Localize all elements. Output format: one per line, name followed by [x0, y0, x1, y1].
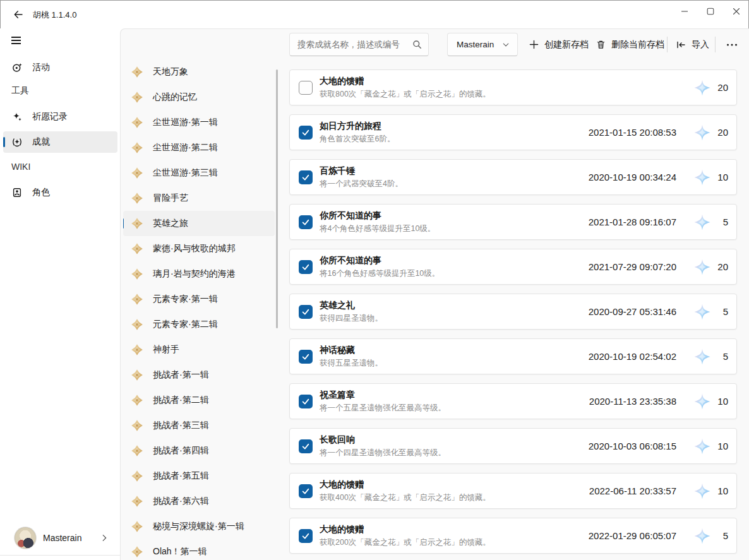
user-account-button[interactable]: Masterain	[0, 523, 120, 553]
achievement-card[interactable]: 长歌回响 将一个四星圣遗物强化至最高等级。 2020-10-03 06:08:1…	[289, 428, 737, 464]
category-item[interactable]: 挑战者·第四辑	[123, 438, 275, 463]
create-archive-button[interactable]: 创建新存档	[525, 33, 592, 56]
achievement-title: 如日方升的旅程	[320, 121, 381, 132]
sidebar-item-wish-records[interactable]: 祈愿记录	[3, 106, 117, 128]
category-emblem-icon	[131, 545, 143, 558]
category-label: 尘世巡游·第二辑	[153, 142, 218, 153]
category-item[interactable]: 元素专家·第二辑	[123, 312, 275, 337]
category-emblem-icon	[131, 217, 143, 230]
category-item[interactable]: 冒险手艺	[123, 186, 275, 211]
nav-menu-button[interactable]	[8, 33, 26, 47]
category-emblem-icon	[131, 66, 143, 78]
import-button[interactable]: 导入	[672, 33, 713, 56]
achievement-reward: 20	[710, 261, 728, 272]
achievement-date: 2021-01-15 20:08:53	[589, 127, 676, 138]
maximize-button[interactable]	[697, 0, 723, 23]
achievement-description: 将一个五星圣遗物强化至最高等级。	[320, 403, 446, 414]
category-item[interactable]: 天地万象	[123, 59, 275, 85]
achievement-date: 2020-10-19 02:54:02	[589, 351, 676, 362]
achievement-checkbox[interactable]	[299, 215, 313, 229]
category-item[interactable]: 挑战者·第二辑	[123, 388, 275, 413]
category-label: 蒙德·风与牧歌的城邦	[153, 243, 236, 254]
checkmark-icon	[301, 532, 310, 540]
achievement-card[interactable]: 大地的馈赠 获取400次「藏金之花」或「启示之花」的馈藏。 2022-06-11…	[289, 473, 737, 509]
category-item[interactable]: 心跳的记忆	[123, 85, 275, 110]
minimize-icon	[681, 8, 688, 15]
archive-selector[interactable]: Masterain	[447, 33, 518, 56]
category-scrollbar[interactable]	[276, 69, 278, 328]
category-item[interactable]: Olah！第一辑	[123, 539, 275, 560]
primogem-icon	[694, 304, 710, 320]
achievement-checkbox[interactable]	[299, 81, 313, 95]
category-item[interactable]: 蒙德·风与牧歌的城邦	[123, 236, 275, 261]
minimize-button[interactable]	[671, 0, 697, 23]
category-item[interactable]: 尘世巡游·第二辑	[123, 135, 275, 160]
category-item[interactable]: 挑战者·第六辑	[123, 489, 275, 514]
achievement-card[interactable]: 神话秘藏 获得五星圣遗物。 2020-10-19 02:54:02 5	[289, 338, 737, 374]
achievement-card[interactable]: 你所不知道的事 将16个角色好感等级提升至10级。 2021-07-29 09:…	[289, 249, 737, 285]
category-item[interactable]: 神射手	[123, 337, 275, 362]
category-label: 璃月·岩与契约的海港	[153, 268, 236, 280]
category-item[interactable]: 璃月·岩与契约的海港	[123, 261, 275, 287]
achievement-checkbox[interactable]	[299, 529, 313, 543]
category-item[interactable]: 挑战者·第三辑	[123, 413, 275, 438]
category-emblem-icon	[131, 444, 143, 457]
category-label: 挑战者·第四辑	[153, 445, 209, 456]
achievement-date: 2020-11-13 23:35:38	[589, 396, 676, 407]
category-emblem-icon	[131, 419, 143, 432]
achievement-checkbox[interactable]	[299, 260, 313, 274]
sidebar-item-achievements[interactable]: 成就	[3, 131, 117, 153]
window-title: 胡桃 1.1.4.0	[33, 9, 76, 21]
category-label: 心跳的记忆	[153, 92, 197, 103]
achievement-description: 将一个四星圣遗物强化至最高等级。	[320, 448, 446, 458]
more-options-button[interactable]	[720, 33, 744, 56]
category-item[interactable]: 元素专家·第一辑	[123, 287, 275, 312]
checkmark-icon	[301, 487, 310, 496]
achievement-card[interactable]: 大地的馈赠 获取200次「藏金之花」或「启示之花」的馈藏。 2022-01-29…	[289, 518, 737, 554]
category-emblem-icon	[131, 394, 143, 407]
achievement-reward: 5	[710, 306, 728, 317]
category-item[interactable]: 尘世巡游·第三辑	[123, 160, 275, 186]
achievement-card[interactable]: 如日方升的旅程 角色首次突破至6阶。 2021-01-15 20:08:53 2…	[289, 114, 737, 150]
sidebar-header-tools: 工具	[11, 85, 29, 97]
achievement-checkbox[interactable]	[299, 305, 313, 319]
back-button[interactable]	[9, 7, 28, 22]
achievement-date: 2020-10-19 00:34:24	[589, 172, 676, 182]
achievement-description: 获取400次「藏金之花」或「启示之花」的馈藏。	[320, 492, 491, 503]
delete-archive-button[interactable]: 删除当前存档	[592, 33, 668, 56]
category-list: 天地万象 心跳的记忆 尘世巡游·第一辑	[123, 59, 275, 560]
delete-archive-label: 删除当前存档	[611, 39, 664, 51]
achievement-reward: 10	[710, 172, 728, 182]
category-item[interactable]: 秘境与深境螺旋·第一辑	[123, 514, 275, 539]
category-label: 冒险手艺	[153, 193, 188, 204]
category-item[interactable]: 尘世巡游·第一辑	[123, 110, 275, 135]
primogem-icon	[694, 483, 710, 499]
close-button[interactable]	[723, 0, 749, 23]
achievement-card[interactable]: 百炼千锤 将一个武器突破至4阶。 2020-10-19 00:34:24 10	[289, 159, 737, 195]
category-item[interactable]: 挑战者·第五辑	[123, 463, 275, 489]
user-name: Masterain	[43, 533, 81, 543]
category-emblem-icon	[131, 242, 143, 255]
achievement-card[interactable]: 大地的馈赠 获取800次「藏金之花」或「启示之花」的馈藏。 20	[289, 69, 737, 105]
achievement-title: 英雄之礼	[320, 300, 355, 311]
import-label: 导入	[692, 39, 709, 51]
achievement-checkbox[interactable]	[299, 170, 313, 184]
category-emblem-icon	[131, 268, 143, 280]
achievement-reward: 5	[710, 217, 728, 227]
achievement-checkbox[interactable]	[299, 126, 313, 140]
achievement-card[interactable]: 祝圣篇章 将一个五星圣遗物强化至最高等级。 2020-11-13 23:35:3…	[289, 383, 737, 419]
category-item[interactable]: 英雄之旅	[123, 211, 275, 236]
category-item[interactable]: 挑战者·第一辑	[123, 362, 275, 388]
achievement-checkbox[interactable]	[299, 439, 313, 453]
achievement-reward: 10	[710, 441, 728, 451]
search-input[interactable]	[289, 33, 429, 56]
sidebar-item-character[interactable]: 角色	[3, 182, 117, 203]
category-label: 元素专家·第二辑	[153, 319, 218, 330]
achievement-checkbox[interactable]	[299, 350, 313, 364]
achievement-card[interactable]: 你所不知道的事 将4个角色好感等级提升至10级。 2021-01-28 09:1…	[289, 204, 737, 240]
sidebar-item-activity[interactable]: 活动	[3, 57, 117, 78]
category-emblem-icon	[131, 495, 143, 508]
achievement-card[interactable]: 英雄之礼 获得四星圣遗物。 2020-09-27 05:31:46 5	[289, 294, 737, 330]
achievement-checkbox[interactable]	[299, 484, 313, 498]
achievement-checkbox[interactable]	[299, 395, 313, 408]
